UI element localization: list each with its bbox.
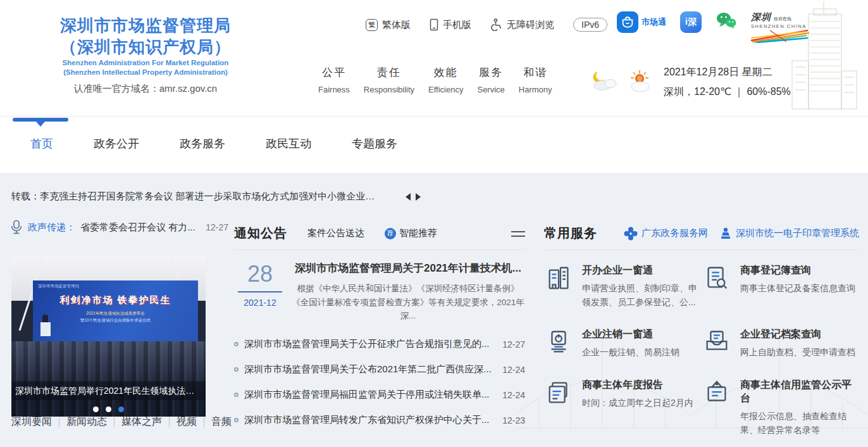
tab-shenzhen-news[interactable]: 深圳要闻: [11, 415, 59, 429]
value-efficiency: 效能 Efficiency: [428, 65, 463, 94]
notice-item[interactable]: 深圳市市场监督管理局转发广东省知识产权保护中心关于... 12-23: [234, 408, 525, 433]
gov-logo-sub: 政府在线: [774, 16, 791, 21]
gov-logo-cn: 深圳: [751, 11, 771, 22]
building-doc-icon: [544, 264, 573, 293]
notice-item[interactable]: 深圳市市场监督管理局关于公布2021年第二批广西供应深... 12-24: [234, 357, 525, 382]
slide-photo-screen: 深圳市市场监督管理局 利剑净市场 铁拳护民生 2021年民生领域执法成果发布会 …: [33, 280, 198, 341]
bullet-icon: [234, 367, 239, 372]
voice-headline[interactable]: 省委常委会召开会议 有力...: [80, 222, 201, 234]
services-section: 常用服务 广东政务服务网: [544, 225, 859, 437]
app-links: 市场通 i深 深圳政府在线 SHENZHEN CHINA: [617, 11, 814, 46]
power-icon: [544, 328, 573, 357]
featured-excerpt: 根据《中华人民共和国计量法》《深圳经济特区计量条例》《全国计量标准专项监督检查方…: [291, 282, 525, 323]
accessibility-icon: [490, 18, 502, 31]
notices-section: 通知公告 案件公告送达 荐 智能推荐 28 2021-12 深圳市市场监督管理局…: [234, 225, 525, 433]
carousel-dot-3[interactable]: [118, 406, 124, 412]
header: 深圳市市场监督管理局 （深圳市知识产权局） Shenzhen Administr…: [0, 0, 868, 116]
nav-item-special[interactable]: 专题服务: [352, 136, 397, 151]
nav-item-interaction[interactable]: 政民互动: [266, 136, 311, 151]
microphone-icon: [10, 220, 23, 235]
slide-org-text: 深圳市市场监督管理局: [38, 284, 193, 289]
bullet-icon: [234, 342, 239, 346]
ipv6-badge[interactable]: IPv6: [573, 18, 607, 32]
core-values: 公平 Fairness 责任 Responsibility 效能 Efficie…: [318, 65, 552, 94]
service-registry-search[interactable]: 商事登记簿查询 商事主体登记及备案信息查询: [702, 264, 859, 309]
nav-items: 首页 政务公开 政务服务 政民互动 专题服务: [30, 136, 397, 151]
tab-smart-recommend[interactable]: 荐 智能推荐: [385, 227, 437, 239]
gov-logo-en: SHENZHEN CHINA: [751, 23, 814, 29]
featured-date: 28 2021-12: [234, 261, 286, 323]
service-annual-report[interactable]: 商事主体年度报告 时间：成立周年之日起2月内: [544, 379, 702, 437]
shenzhen-china-logo[interactable]: 深圳政府在线 SHENZHEN CHINA: [751, 11, 814, 46]
traditional-chinese-link[interactable]: 繁 繁体版: [366, 19, 411, 31]
ishenzhen-app-icon: i深: [680, 11, 702, 33]
utility-links: 繁 繁体版 手机版 无障碍浏览 IPv6: [366, 18, 607, 32]
nav-item-home[interactable]: 首页: [30, 136, 53, 151]
slide-title-text: 利剑净市场 铁拳护民生: [38, 294, 193, 306]
notices-more-icon[interactable]: [511, 227, 525, 240]
site-title-cn-2: （深圳市知识产权局）: [19, 37, 272, 58]
tab-case-announcements[interactable]: 案件公告送达: [307, 227, 364, 239]
site-title-cn-1: 深圳市市场监督管理局: [19, 15, 272, 37]
bullet-icon: [234, 393, 239, 397]
carousel-caption[interactable]: 深圳市市场监管局举行2021年民生领域执法成果发...: [11, 381, 206, 400]
ticker-prev-icon[interactable]: [406, 193, 411, 201]
featured-notice[interactable]: 28 2021-12 深圳市市场监督管理局关于2021年计量技术机... 根据《…: [234, 261, 525, 323]
ticker-text[interactable]: 转载：李克强主持召开国务院常务会议 部署进一步采取市场化方式加强对中小微企业的金…: [11, 191, 381, 203]
main-nav: 首页 政务公开 政务服务 政民互动 专题服务 政务机器人: [0, 116, 868, 173]
site-logo[interactable]: 深圳市市场监督管理局 （深圳市知识产权局） Shenzhen Administr…: [19, 15, 272, 95]
services-grid: 开办企业一窗通 申请营业执照、刻制印章、申领发票、员工参保登记、公...: [544, 264, 859, 437]
value-fairness: 公平 Fairness: [318, 65, 350, 94]
ticker-next-icon[interactable]: [416, 193, 421, 201]
weather-date: 2021年12月28日 星期二: [664, 62, 791, 82]
eseal-system-link[interactable]: 深圳市统一电子印章管理系统: [719, 227, 859, 241]
notice-item[interactable]: 深圳市市场监督管理局关于公开征求广告合规指引意见的... 12-27: [234, 332, 525, 357]
cloudy-night-icon: [592, 69, 618, 94]
news-ticker: 转载：李克强主持召开国务院常务会议 部署进一步采取市场化方式加强对中小微企业的金…: [11, 191, 421, 203]
sign-board-icon: [702, 379, 731, 408]
wechat-link[interactable]: [716, 11, 737, 33]
service-archive-search[interactable]: 企业登记档案查询 网上自助查档、受理申请查档: [702, 328, 859, 360]
value-harmony: 和谐 Harmony: [519, 65, 552, 94]
site-title-en-2: (Shenzhen Intellectual Property Administ…: [19, 68, 272, 77]
value-service: 服务 Service: [477, 65, 504, 94]
accessibility-label: 无障碍浏览: [507, 19, 554, 31]
slide-podium: [40, 322, 51, 336]
report-docs-icon: [544, 379, 573, 408]
slide-sub2-text: 暨10个民生领域行业自律集中承诺仪式: [38, 318, 193, 324]
voice-date: 12-27: [206, 222, 228, 232]
notice-item[interactable]: 深圳市市场监督管理局福田监管局关于停用或注销失联单... 12-24: [234, 382, 525, 408]
phone-icon: [430, 18, 438, 31]
market-app-icon: [617, 11, 638, 33]
traditional-label: 繁体版: [382, 19, 411, 31]
carousel[interactable]: 深圳市市场监督管理局 利剑净市场 铁拳护民生 2021年民生领域执法成果发布会 …: [11, 256, 206, 417]
voice-label[interactable]: 政声传递：: [28, 222, 75, 234]
tab-news-updates[interactable]: 新闻动态: [59, 415, 114, 429]
mobile-version-link[interactable]: 手机版: [430, 18, 471, 31]
service-credit-platform[interactable]: 商事主体信用监管公示平台 年报公示信息、抽查检查结果、经营异常名录等: [702, 379, 859, 437]
archive-tray-icon: [702, 328, 731, 357]
carousel-dot-1[interactable]: [93, 406, 99, 412]
nav-item-services[interactable]: 政务服务: [180, 136, 225, 151]
notice-list: 深圳市市场监督管理局关于公开征求广告合规指引意见的... 12-27 深圳市市场…: [234, 332, 525, 433]
doc-search-icon: [702, 264, 731, 293]
service-open-business[interactable]: 开办企业一窗通 申请营业执照、刻制印章、申领发票、员工参保登记、公...: [544, 264, 702, 309]
market-app-label: 市场通: [642, 16, 666, 28]
nav-item-disclosure[interactable]: 政务公开: [94, 136, 139, 151]
tab-audio[interactable]: 音频: [204, 415, 239, 429]
voice-row: 政声传递： 省委常委会召开会议 有力... 12-27: [10, 220, 228, 235]
official-domain-note: 认准唯一官方域名：amr.sz.gov.cn: [19, 83, 272, 95]
guangdong-portal-link[interactable]: 广东政务服务网: [624, 227, 708, 241]
news-category-tabs: 深圳要闻 新闻动态 媒体之声 视频 音频: [11, 415, 239, 429]
service-deregistration[interactable]: 企业注销一窗通 企业一般注销、简易注销: [544, 328, 702, 360]
featured-title[interactable]: 深圳市市场监督管理局关于2021年计量技术机...: [291, 261, 525, 275]
carousel-dot-2[interactable]: [106, 406, 111, 412]
rainbow-swoosh-icon: [751, 29, 809, 43]
slide-crowd: [11, 341, 206, 417]
tab-media-voice[interactable]: 媒体之声: [115, 415, 169, 429]
tab-video[interactable]: 视频: [170, 415, 204, 429]
ishenzhen-app-link[interactable]: i深: [680, 11, 702, 33]
notices-title[interactable]: 通知公告: [234, 225, 287, 242]
market-app-link[interactable]: 市场通: [617, 11, 666, 33]
accessibility-link[interactable]: 无障碍浏览: [490, 18, 554, 31]
